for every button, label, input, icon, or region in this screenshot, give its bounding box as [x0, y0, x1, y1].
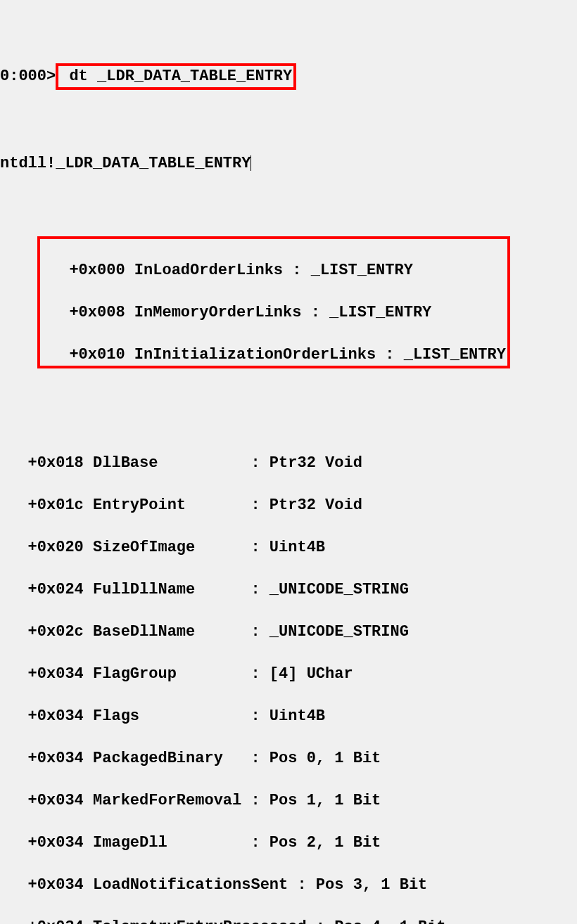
field-row: +0x034 TelemetryEntryProcessed : Pos 4, …: [0, 917, 577, 924]
field-row: +0x034 ImageDll : Pos 2, 1 Bit: [0, 833, 577, 854]
highlighted-fields-container: +0x000 InLoadOrderLinks : _LIST_ENTRY +0…: [0, 238, 577, 368]
prompt-prefix: 0:000>: [0, 68, 56, 85]
field-row: +0x010 InInitializationOrderLinks : _LIS…: [42, 345, 506, 366]
text-cursor: [251, 155, 251, 171]
field-row: +0x018 DllBase : Ptr32 Void: [0, 453, 577, 474]
field-row: +0x034 MarkedForRemoval : Pos 1, 1 Bit: [0, 790, 577, 811]
highlighted-fields-box: +0x000 InLoadOrderLinks : _LIST_ENTRY +0…: [37, 236, 510, 368]
field-row: +0x02c BaseDllName : _UNICODE_STRING: [0, 622, 577, 643]
field-row: +0x01c EntryPoint : Ptr32 Void: [0, 495, 577, 516]
command-highlight: dt _LDR_DATA_TABLE_ENTRY: [56, 63, 296, 90]
field-row: +0x020 SizeOfImage : Uint4B: [0, 537, 577, 558]
struct-name-line: ntdll!_LDR_DATA_TABLE_ENTRY: [0, 153, 577, 174]
debugger-output[interactable]: 0:000> dt _LDR_DATA_TABLE_ENTRY ntdll!_L…: [0, 0, 577, 924]
field-row: +0x034 LoadNotificationsSent : Pos 3, 1 …: [0, 875, 577, 896]
field-row: +0x024 FullDllName : _UNICODE_STRING: [0, 579, 577, 601]
command-text: dt _LDR_DATA_TABLE_ENTRY: [60, 68, 292, 85]
field-row: +0x034 FlagGroup : [4] UChar: [0, 664, 577, 685]
field-row: +0x034 PackagedBinary : Pos 0, 1 Bit: [0, 748, 577, 769]
struct-name: ntdll!_LDR_DATA_TABLE_ENTRY: [0, 155, 251, 172]
fields-container: +0x018 DllBase : Ptr32 Void +0x01c Entry…: [0, 432, 577, 924]
field-row: +0x008 InMemoryOrderLinks : _LIST_ENTRY: [42, 302, 506, 323]
field-row: +0x000 InLoadOrderLinks : _LIST_ENTRY: [42, 260, 506, 281]
prompt-line: 0:000> dt _LDR_DATA_TABLE_ENTRY: [0, 63, 577, 90]
field-row: +0x034 Flags : Uint4B: [0, 706, 577, 727]
